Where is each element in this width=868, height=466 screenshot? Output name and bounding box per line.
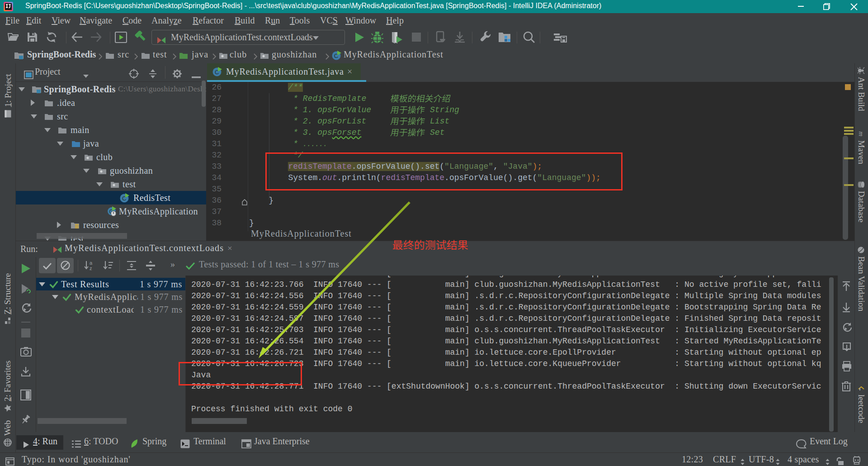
svg-text:z: z <box>90 266 92 271</box>
svg-text:m: m <box>858 132 865 137</box>
svg-text:a: a <box>90 260 93 266</box>
